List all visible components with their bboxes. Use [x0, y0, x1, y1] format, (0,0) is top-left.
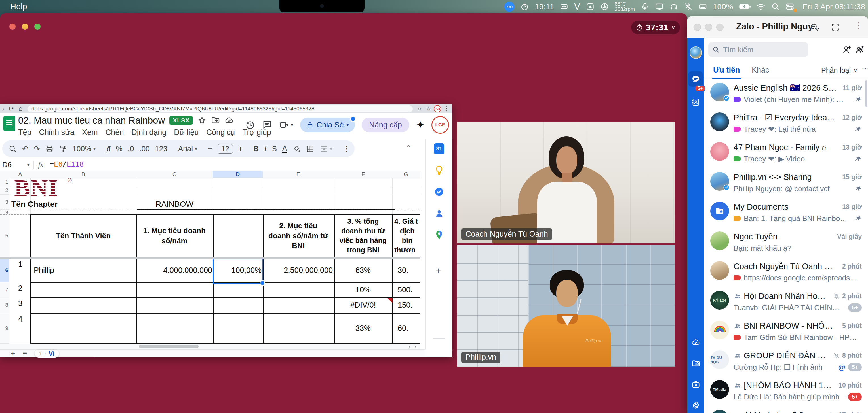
video-tile-coach[interactable]: Coach Nguyễn Tú Oanh: [457, 122, 675, 243]
maps-icon[interactable]: [434, 230, 444, 240]
scroll-left-icon[interactable]: ‹: [408, 344, 410, 350]
keep-icon[interactable]: [434, 165, 444, 176]
bluetooth-off-icon[interactable]: [684, 2, 693, 11]
row-header[interactable]: 1: [0, 178, 9, 186]
keyboard-icon[interactable]: [699, 2, 707, 11]
column-header-c[interactable]: C: [136, 171, 213, 178]
sheets-menu-item[interactable]: Xem: [82, 128, 98, 137]
display-icon[interactable]: [655, 2, 664, 11]
sheets-menu-item[interactable]: Tệp: [18, 128, 31, 137]
cell-f6[interactable]: 63%: [334, 259, 392, 282]
more-options-icon[interactable]: ⋯: [862, 64, 868, 73]
redo-icon[interactable]: ↷: [34, 144, 40, 153]
corner-header[interactable]: [0, 171, 10, 178]
cell-f5[interactable]: 3. % tổng doanh thu từ việc bán hàng tro…: [334, 214, 392, 257]
cell-f9[interactable]: 33%: [334, 313, 392, 344]
sidebar-contacts[interactable]: [687, 95, 704, 110]
scroll-right-icon[interactable]: ›: [415, 344, 416, 350]
fill-handle[interactable]: [259, 280, 265, 286]
cell-f7[interactable]: 10%: [334, 282, 392, 298]
font-select[interactable]: Arial▾: [178, 144, 197, 153]
screenshot-frame-icon[interactable]: [831, 23, 840, 32]
move-folder-icon[interactable]: [211, 116, 220, 125]
sidebar-zcloud[interactable]: [687, 335, 704, 350]
version-history-icon[interactable]: [245, 120, 255, 130]
tab-priority[interactable]: Ưu tiên: [713, 66, 740, 74]
share-button[interactable]: Chia Sẻ ▾: [300, 117, 355, 132]
row-header[interactable]: 7: [0, 282, 9, 298]
upgrade-button[interactable]: Nâng cấp: [362, 117, 409, 132]
sheets-menu-item[interactable]: Chèn: [105, 128, 124, 137]
minimize-button[interactable]: [22, 24, 28, 30]
sheets-app-icon[interactable]: [3, 115, 15, 131]
classify-dropdown[interactable]: Phân loại ∨: [821, 66, 857, 74]
column-header-f[interactable]: F: [334, 171, 393, 178]
name-box-caret-icon[interactable]: ▾: [27, 162, 30, 167]
chat-list-item[interactable]: Phillip.vn <-> Sharing 15 giờ Phillip Ng…: [704, 168, 868, 198]
back-icon[interactable]: ‹: [2, 105, 4, 112]
stopwatch-icon[interactable]: [520, 2, 529, 11]
fullscreen-button[interactable]: [34, 24, 40, 30]
zoom-select[interactable]: 100%▾: [73, 144, 96, 153]
gemini-sparkle-icon[interactable]: ✦: [416, 119, 425, 131]
number-format-icon[interactable]: 123: [155, 144, 167, 153]
percent-format-icon[interactable]: %: [116, 144, 123, 153]
column-header-d[interactable]: D: [213, 171, 263, 178]
cell-g7[interactable]: 500.: [394, 282, 424, 298]
sensor-readout[interactable]: 68°C2582rpm: [615, 1, 635, 12]
menu-bar-clock[interactable]: Fri 3 Apr 08:11:38: [803, 2, 865, 11]
add-sheet-icon[interactable]: +: [11, 349, 15, 358]
decrease-decimal-icon[interactable]: .0: [128, 144, 134, 153]
address-bar[interactable]: docs.google.com/spreadsheets/d/1t1FQeBGc…: [28, 105, 413, 112]
cell-e6[interactable]: 2.500.000.000: [263, 259, 335, 282]
cell-b5[interactable]: Tên Thành Viên: [30, 214, 136, 257]
fan-icon[interactable]: [600, 2, 609, 11]
bookmark-star-icon[interactable]: ☆: [426, 105, 431, 112]
all-sheets-icon[interactable]: ≡: [23, 349, 27, 358]
meeting-timer[interactable]: 37:31 ∨: [631, 21, 680, 34]
chat-list-item[interactable]: PhiTra - ☑ Everyday Ideas & Checklists 1…: [704, 108, 868, 138]
chat-list-item[interactable]: Ngọc Tuyền Vài giây Bạn: mật khẩu ạ?: [704, 228, 868, 257]
chat-list-item[interactable]: BNI RAINBOW - NHÓM KẾT NỐI 5 phút Tam Gố…: [704, 317, 868, 346]
undo-icon[interactable]: ↶: [22, 144, 28, 153]
spreadsheet-grid[interactable]: A B C D E F G 1 2 3 4 5 6 7 8 9: [0, 171, 426, 344]
wifi-icon[interactable]: [756, 2, 765, 11]
sheets-menu-item[interactable]: Công cụ: [206, 128, 235, 137]
find-icon[interactable]: ⌕: [418, 105, 421, 112]
chat-list-item[interactable]: TV DU HỌC GROUP DIỄN ĐÀN TƯ VẤN DU ... 8…: [704, 346, 868, 376]
share-caret-icon[interactable]: ▾: [347, 123, 349, 128]
chat-list-item[interactable]: My Documents 18 giờ Bạn: 1. Tặng quà BNI…: [704, 198, 868, 228]
video-tile-phillip[interactable]: Phillip.vn Phillip.vn: [457, 245, 675, 367]
browser-profile-avatar[interactable]: I-GE: [434, 105, 441, 112]
merge-cells-icon[interactable]: ▾: [320, 145, 332, 153]
document-title[interactable]: 02. Mau muc tieu ca nhan Rainbow: [18, 115, 165, 126]
sidebar-cloud-files[interactable]: [687, 356, 704, 371]
close-button[interactable]: [693, 24, 701, 31]
cell-g5[interactable]: 4. Giá tdịch bìnthươn: [394, 214, 420, 257]
clock-time[interactable]: 19:11: [535, 2, 554, 11]
cell-a7[interactable]: 2: [18, 283, 30, 293]
cell-c5[interactable]: 1. Mục tiêu doanh số/năm: [136, 214, 213, 257]
paint-format-icon[interactable]: [59, 145, 67, 153]
formula-input[interactable]: =E6/E118: [50, 161, 84, 169]
chat-list-item[interactable]: Aussie English 🇦🇺 2026 SPEAK 11 giờ Viol…: [704, 79, 868, 108]
text-color-icon[interactable]: A: [282, 144, 287, 153]
chat-list-scrollbar[interactable]: [865, 80, 867, 106]
row-header[interactable]: 6: [0, 259, 9, 282]
cell-f8[interactable]: #DIV/0!: [334, 298, 392, 313]
cell-b6[interactable]: Phillip: [30, 259, 139, 282]
video-call-caret-icon[interactable]: ▾: [291, 123, 293, 128]
widget-icon[interactable]: [560, 2, 568, 11]
cell-e5[interactable]: 2. Mục tiêu doanh số/năm từ BNI: [263, 214, 334, 257]
launcher-icon[interactable]: [586, 2, 594, 11]
increase-font-icon[interactable]: +: [238, 144, 243, 153]
cell-c3[interactable]: RAINBOW: [136, 199, 213, 210]
sheet-tab[interactable]: Vi: [49, 350, 55, 357]
name-box[interactable]: D6: [0, 160, 27, 169]
sidebar-messages[interactable]: [688, 71, 703, 87]
home-icon[interactable]: ⌂: [19, 105, 23, 112]
battery-percent[interactable]: 100%: [713, 2, 733, 11]
menu-help[interactable]: Help: [10, 0, 27, 13]
comments-icon[interactable]: [262, 120, 272, 130]
cell-a9[interactable]: 4: [18, 314, 30, 324]
